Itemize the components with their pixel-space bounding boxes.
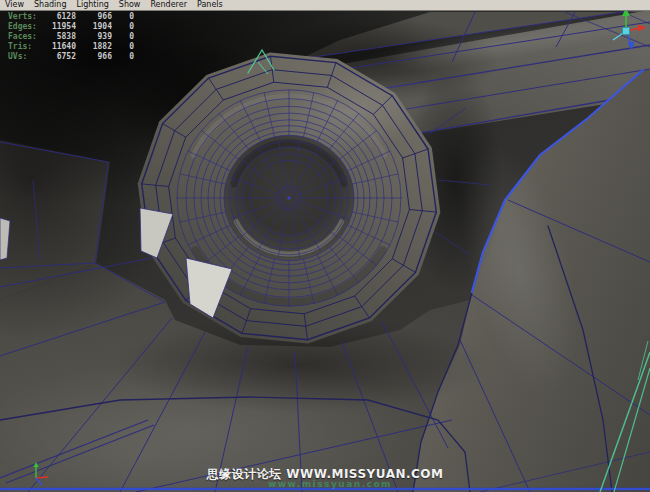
hud-row-edges: Edges: 11954 1904 0 [8, 22, 134, 32]
hud-row-tris: Tris: 11640 1882 0 [8, 41, 134, 51]
menu-renderer[interactable]: Renderer [145, 0, 192, 10]
hud-value: 966 [76, 52, 112, 61]
hud-value: 0 [112, 32, 134, 41]
hud-label: Edges: [8, 22, 42, 31]
hud-value: 939 [76, 32, 112, 41]
hud-value: 11954 [42, 22, 76, 31]
hud-value: 6128 [42, 12, 76, 21]
hud-value: 11640 [42, 42, 76, 51]
hud-label: Tris: [8, 42, 42, 51]
hud-value: 0 [112, 22, 134, 31]
hud-value: 1904 [76, 22, 112, 31]
hud-label: Faces: [8, 32, 42, 41]
hud-row-faces: Faces: 5838 939 0 [8, 32, 134, 42]
menu-panels[interactable]: Panels [192, 0, 228, 10]
hud-row-verts: Verts: 6128 966 0 [8, 12, 134, 22]
watermark-text: 思缘设计论坛 WWW.MISSYUAN.COM [206, 466, 443, 483]
viewport-canvas[interactable] [0, 0, 650, 492]
hud-value: 0 [112, 12, 134, 21]
menu-show[interactable]: Show [114, 0, 146, 10]
hud-label: Verts: [8, 12, 42, 21]
hud-row-uvs: UVs: 6752 966 0 [8, 51, 134, 61]
poly-count-hud: Verts: 6128 966 0 Edges: 11954 1904 0 Fa… [8, 12, 134, 61]
hud-label: UVs: [8, 52, 42, 61]
maya-viewport-window: View Shading Lighting Show Renderer Pane… [0, 0, 650, 492]
hud-value: 1882 [76, 42, 112, 51]
hud-value: 0 [112, 52, 134, 61]
menu-view[interactable]: View [0, 0, 29, 10]
center-vertex [287, 196, 291, 200]
hud-value: 966 [76, 12, 112, 21]
hud-value: 5838 [42, 32, 76, 41]
menu-shading[interactable]: Shading [29, 0, 72, 10]
viewport-menu-bar: View Shading Lighting Show Renderer Pane… [0, 0, 650, 11]
hud-value: 0 [112, 42, 134, 51]
menu-lighting[interactable]: Lighting [71, 0, 113, 10]
hud-value: 6752 [42, 52, 76, 61]
